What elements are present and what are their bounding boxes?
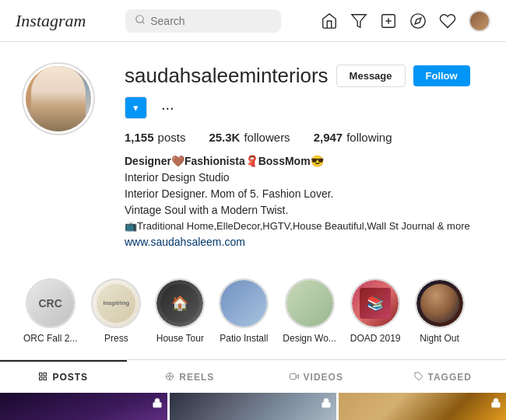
followers-stat[interactable]: 25.3K followers bbox=[209, 131, 290, 144]
compass-icon[interactable] bbox=[409, 12, 427, 30]
bio-title: Designer🤎Fashionista🧣BossMom😎 bbox=[125, 155, 324, 167]
following-stat[interactable]: 2,947 following bbox=[314, 131, 392, 144]
tab-videos[interactable]: VIDEOS bbox=[253, 360, 380, 393]
search-bar[interactable] bbox=[125, 9, 281, 33]
heart-icon[interactable] bbox=[439, 12, 456, 30]
grid-item-1[interactable] bbox=[0, 393, 167, 421]
svg-marker-6 bbox=[415, 18, 421, 24]
reels-tab-icon bbox=[165, 371, 174, 383]
highlight-label-crc: ORC Fall 2... bbox=[23, 333, 77, 344]
bio-subtitle: Interior Design Studio bbox=[125, 170, 483, 186]
highlight-circle-patio bbox=[219, 278, 269, 328]
svg-marker-17 bbox=[296, 374, 299, 378]
more-options-button[interactable]: ··· bbox=[155, 96, 181, 120]
highlight-circle-press: Inspiring bbox=[91, 278, 141, 328]
svg-rect-7 bbox=[40, 373, 43, 376]
posts-tab-icon bbox=[38, 371, 47, 383]
highlight-circle-crc: CRC bbox=[26, 278, 76, 328]
tabs-row: POSTS REELS VIDEOS TAGGED bbox=[0, 359, 506, 393]
highlight-label-house: House Tour bbox=[156, 333, 204, 344]
highlight-item-doad[interactable]: 📚 DOAD 2019 bbox=[350, 278, 401, 344]
username-row: saudahsaleeminteriors Message Follow ▾ ·… bbox=[125, 64, 483, 120]
grid-lock-3 bbox=[490, 397, 501, 411]
filter-icon[interactable] bbox=[350, 12, 367, 30]
svg-rect-18 bbox=[290, 373, 296, 379]
svg-point-5 bbox=[411, 13, 425, 27]
instagram-logo: Instagram bbox=[16, 11, 86, 31]
search-input[interactable] bbox=[150, 15, 275, 27]
grid-item-3[interactable] bbox=[339, 393, 506, 421]
follow-dropdown-button[interactable]: ▾ bbox=[125, 96, 147, 119]
highlights-section: CRC ORC Fall 2... Inspiring Press 🏠 Hous… bbox=[0, 266, 506, 356]
following-label: following bbox=[346, 131, 392, 144]
svg-rect-9 bbox=[40, 377, 43, 380]
svg-rect-20 bbox=[153, 402, 161, 407]
tab-reels-label: REELS bbox=[179, 372, 214, 383]
photo-grid bbox=[0, 393, 506, 421]
posts-label: posts bbox=[158, 131, 186, 144]
highlight-label-night: Night Out bbox=[420, 333, 459, 344]
avatar-container bbox=[23, 64, 93, 134]
grid-item-2[interactable] bbox=[170, 393, 337, 421]
videos-tab-icon bbox=[290, 371, 299, 383]
tab-reels[interactable]: REELS bbox=[127, 360, 254, 393]
avatar bbox=[23, 64, 93, 134]
svg-point-12 bbox=[169, 375, 171, 377]
posts-stat: 1,155 posts bbox=[125, 131, 185, 144]
highlight-circle-doad: 📚 bbox=[350, 278, 400, 328]
svg-rect-22 bbox=[492, 402, 501, 407]
tagged-tab-icon bbox=[414, 371, 423, 383]
profile-section: saudahsaleeminteriors Message Follow ▾ ·… bbox=[0, 42, 506, 266]
highlight-label-doad: DOAD 2019 bbox=[350, 333, 401, 344]
bio-link[interactable]: www.saudahsaleem.com bbox=[125, 236, 245, 248]
top-nav: Instagram bbox=[0, 0, 506, 42]
tab-posts-label: POSTS bbox=[52, 372, 88, 383]
highlight-label-design: Design Wo... bbox=[283, 333, 336, 344]
highlight-label-patio: Patio Install bbox=[220, 333, 268, 344]
highlight-item-house[interactable]: 🏠 House Tour bbox=[155, 278, 205, 344]
search-icon bbox=[135, 14, 146, 28]
new-post-icon[interactable] bbox=[380, 12, 397, 30]
highlight-item-night[interactable]: Night Out bbox=[415, 278, 465, 344]
username: saudahsaleeminteriors bbox=[125, 64, 329, 88]
highlight-circle-design bbox=[285, 278, 335, 328]
avatar-image bbox=[26, 66, 91, 131]
message-button[interactable]: Message bbox=[336, 65, 406, 87]
tab-videos-label: VIDEOS bbox=[304, 372, 343, 383]
tab-tagged[interactable]: TAGGED bbox=[380, 360, 507, 393]
highlight-item-press[interactable]: Inspiring Press bbox=[91, 278, 141, 344]
svg-point-0 bbox=[136, 15, 143, 22]
home-icon[interactable] bbox=[321, 12, 338, 30]
highlight-circle-house: 🏠 bbox=[155, 278, 205, 328]
grid-lock-1 bbox=[152, 397, 163, 411]
profile-info: saudahsaleeminteriors Message Follow ▾ ·… bbox=[125, 64, 483, 250]
tab-posts[interactable]: POSTS bbox=[0, 360, 127, 393]
avatar-nav[interactable] bbox=[469, 10, 490, 32]
svg-rect-10 bbox=[44, 377, 47, 380]
bio: Designer🤎Fashionista🧣BossMom😎 Interior D… bbox=[125, 153, 483, 250]
followers-count: 25.3K bbox=[209, 131, 240, 144]
grid-lock-2 bbox=[321, 397, 332, 411]
bio-line1: Interior Designer. Mom of 5. Fashion Lov… bbox=[125, 186, 483, 202]
nav-icons bbox=[321, 10, 490, 32]
posts-count: 1,155 bbox=[125, 131, 154, 144]
follow-button[interactable]: Follow bbox=[413, 65, 470, 86]
following-count: 2,947 bbox=[314, 131, 343, 144]
highlight-circle-night bbox=[415, 278, 465, 328]
followers-label: followers bbox=[244, 131, 290, 144]
bio-line3: 📺Traditional Home,ElleDecor,HGTV,House B… bbox=[125, 219, 483, 234]
highlight-item-patio[interactable]: Patio Install bbox=[219, 278, 269, 344]
bio-line2: Vintage Soul with a Modern Twist. bbox=[125, 202, 483, 219]
highlight-item-crc[interactable]: CRC ORC Fall 2... bbox=[23, 278, 77, 344]
svg-rect-21 bbox=[322, 402, 331, 407]
stats-row: 1,155 posts 25.3K followers 2,947 follow… bbox=[125, 131, 483, 144]
svg-marker-1 bbox=[352, 14, 366, 27]
tab-tagged-label: TAGGED bbox=[428, 372, 472, 383]
highlight-label-press: Press bbox=[104, 333, 128, 344]
svg-rect-8 bbox=[44, 373, 47, 376]
highlight-item-design[interactable]: Design Wo... bbox=[283, 278, 336, 344]
